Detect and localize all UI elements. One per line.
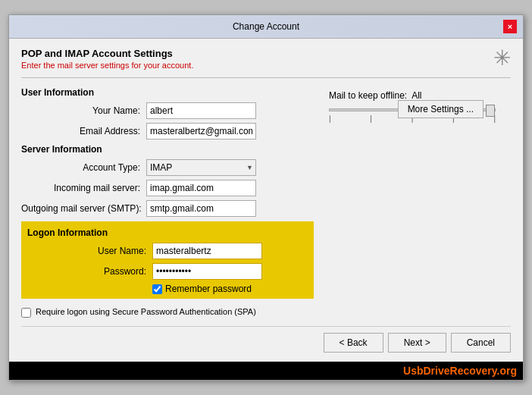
password-input[interactable] [152, 263, 262, 280]
spa-checkbox[interactable] [21, 308, 31, 318]
offline-label-row: Mail to keep offline: All [329, 90, 511, 101]
account-type-label: Account Type: [21, 162, 146, 173]
change-account-dialog: Change Account × POP and IMAP Account Se… [8, 14, 524, 380]
watermark: UsbDriveRecovery.org [9, 362, 523, 380]
your-name-row: Your Name: [21, 102, 314, 119]
action-buttons: < Back Next > Cancel [324, 333, 511, 353]
username-row: User Name: [27, 243, 308, 259]
remember-row: Remember password [27, 284, 308, 294]
incoming-server-row: Incoming mail server: [21, 180, 314, 196]
password-label: Password: [27, 266, 152, 277]
offline-slider-thumb[interactable] [486, 105, 495, 117]
help-icon: ✳ [493, 48, 511, 69]
your-name-label: Your Name: [21, 105, 146, 116]
outgoing-server-row: Outgoing mail server (SMTP): [21, 200, 314, 217]
remember-checkbox[interactable] [152, 284, 162, 294]
user-info-section-label: User Information [21, 87, 314, 98]
offline-value-text: All [412, 90, 421, 101]
spa-row: Require logon using Secure Password Auth… [21, 306, 314, 318]
dialog-title: Change Account [29, 21, 503, 32]
cancel-button[interactable]: Cancel [451, 333, 511, 353]
account-type-row: Account Type: IMAP POP3 ▼ [21, 159, 314, 176]
logon-section-label: Logon Information [27, 227, 308, 238]
bottom-section: < Back Next > Cancel [21, 326, 511, 353]
outgoing-server-label: Outgoing mail server (SMTP): [21, 203, 146, 214]
email-row: Email Address: [21, 123, 314, 140]
incoming-server-input[interactable] [146, 180, 256, 196]
password-row: Password: [27, 263, 308, 280]
incoming-server-label: Incoming mail server: [21, 183, 146, 193]
close-button[interactable]: × [503, 20, 517, 33]
right-panel: Mail to keep offline: All | | | | | [314, 83, 511, 318]
next-button[interactable]: Next > [388, 333, 446, 353]
spa-label[interactable]: Require logon using Secure Password Auth… [36, 306, 256, 318]
offline-label-text: Mail to keep offline: [329, 90, 407, 101]
email-label: Email Address: [21, 126, 146, 136]
more-settings-wrapper: More Settings ... [302, 100, 483, 118]
username-input[interactable] [152, 243, 262, 259]
watermark-text-black: UsbDriveRecovery. [403, 365, 499, 377]
logon-section: Logon Information User Name: Password: R… [21, 221, 314, 299]
settings-subtitle: Enter the mail server settings for your … [21, 61, 193, 70]
title-bar: Change Account × [9, 15, 523, 39]
username-label: User Name: [27, 246, 152, 256]
more-settings-button[interactable]: More Settings ... [398, 100, 483, 118]
email-input[interactable] [146, 123, 256, 140]
settings-title: POP and IMAP Account Settings [21, 48, 193, 59]
remember-label[interactable]: Remember password [165, 284, 252, 294]
watermark-text-orange: org [499, 365, 517, 377]
outgoing-server-input[interactable] [146, 200, 256, 217]
server-info-section-label: Server Information [21, 144, 314, 155]
your-name-input[interactable] [146, 102, 256, 119]
account-type-select[interactable]: IMAP POP3 [146, 159, 256, 176]
back-button[interactable]: < Back [324, 333, 383, 353]
